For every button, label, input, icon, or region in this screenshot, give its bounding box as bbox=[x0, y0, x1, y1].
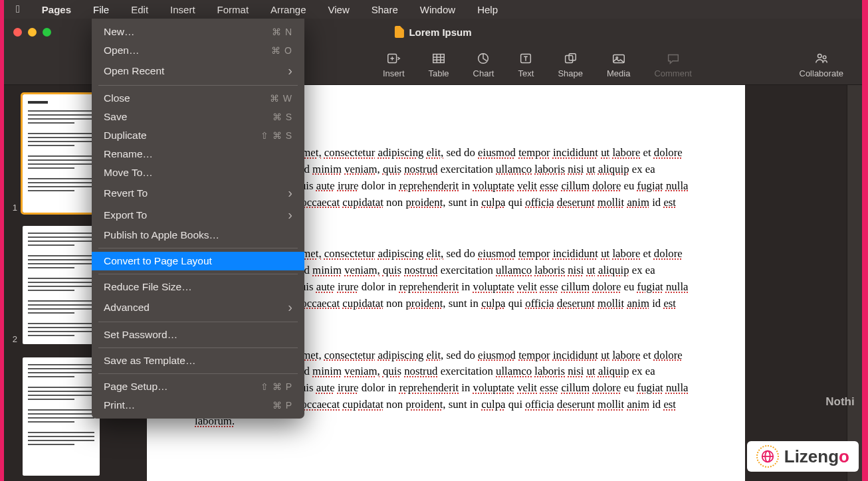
chevron-right-icon: › bbox=[288, 207, 292, 223]
insert-icon bbox=[385, 51, 401, 66]
minimize-button[interactable] bbox=[28, 28, 37, 37]
menu-item-close[interactable]: Close⌘ W bbox=[92, 89, 304, 108]
menu-shortcut: ⌘ N bbox=[272, 27, 292, 37]
page-thumbnail-1[interactable] bbox=[23, 94, 100, 213]
menu-item-save[interactable]: Save⌘ S bbox=[92, 108, 304, 126]
menu-separator bbox=[98, 322, 298, 322]
menu-view[interactable]: View bbox=[328, 4, 349, 15]
toolbar-comment: Comment bbox=[654, 51, 691, 78]
inspector-hint: Nothi bbox=[820, 395, 860, 411]
toolbar-media-label: Media bbox=[607, 68, 630, 78]
toolbar-table-label: Table bbox=[429, 68, 449, 78]
toolbar-insert-label: Insert bbox=[383, 68, 405, 78]
window-controls bbox=[13, 28, 51, 37]
table-icon bbox=[431, 51, 447, 66]
page-thumbnail-3[interactable] bbox=[23, 357, 100, 476]
menubar:  Pages File Edit Insert Format Arrange … bbox=[4, 0, 862, 19]
menu-item-label: Rename… bbox=[104, 148, 153, 160]
toolbar-table[interactable]: Table bbox=[429, 51, 449, 78]
menu-item-set-password[interactable]: Set Password… bbox=[92, 326, 304, 344]
inspector-hint-line1: Nothi bbox=[820, 395, 860, 409]
menu-item-reduce-file-size[interactable]: Reduce File Size… bbox=[92, 278, 304, 296]
menu-separator bbox=[98, 274, 298, 274]
menu-item-label: Open Recent bbox=[104, 65, 164, 77]
menu-item-new[interactable]: New…⌘ N bbox=[92, 23, 304, 41]
page-number-1: 1 bbox=[11, 203, 17, 213]
svg-point-15 bbox=[823, 56, 826, 59]
menu-item-open[interactable]: Open…⌘ O bbox=[92, 41, 304, 60]
menu-shortcut: ⌘ S bbox=[272, 112, 292, 122]
file-menu-dropdown: New…⌘ NOpen…⌘ OOpen Recent›Close⌘ WSave⌘… bbox=[92, 19, 304, 419]
menu-separator bbox=[98, 347, 298, 348]
chevron-right-icon: › bbox=[288, 63, 292, 78]
globe-icon bbox=[756, 445, 779, 468]
menu-item-print[interactable]: Print…⌘ P bbox=[92, 396, 304, 415]
toolbar-group: Insert Table Chart Text Shape Media bbox=[383, 51, 692, 78]
toolbar-text-label: Text bbox=[518, 68, 534, 78]
menu-item-label: New… bbox=[104, 26, 135, 38]
menu-help[interactable]: Help bbox=[477, 4, 498, 15]
menu-item-label: Save as Template… bbox=[104, 355, 195, 367]
menu-item-label: Reduce File Size… bbox=[104, 281, 192, 293]
menu-item-page-setup[interactable]: Page Setup…⇧ ⌘ P bbox=[92, 377, 304, 396]
menu-item-open-recent[interactable]: Open Recent› bbox=[92, 60, 304, 82]
menu-item-publish-to-apple-books[interactable]: Publish to Apple Books… bbox=[92, 226, 304, 244]
media-icon bbox=[611, 51, 627, 66]
menu-shortcut: ⌘ P bbox=[272, 400, 292, 411]
menu-item-rename[interactable]: Rename… bbox=[92, 145, 304, 163]
menu-shortcut: ⌘ O bbox=[271, 45, 292, 56]
menu-separator bbox=[98, 373, 298, 374]
text-icon bbox=[518, 51, 534, 66]
menu-item-revert-to[interactable]: Revert To› bbox=[92, 182, 304, 204]
document-icon bbox=[394, 26, 403, 38]
toolbar-media[interactable]: Media bbox=[607, 51, 630, 78]
menu-item-move-to[interactable]: Move To… bbox=[92, 163, 304, 182]
menu-item-convert-to-page-layout[interactable]: Convert to Page Layout bbox=[92, 252, 304, 270]
menu-share[interactable]: Share bbox=[372, 4, 398, 15]
menu-shortcut: ⌘ W bbox=[270, 93, 292, 104]
document-title[interactable]: Lorem Ipsum bbox=[394, 26, 471, 38]
menu-insert[interactable]: Insert bbox=[170, 4, 195, 15]
menu-item-label: Save bbox=[104, 111, 127, 123]
document-title-text: Lorem Ipsum bbox=[409, 27, 471, 38]
page-thumbnail-2[interactable] bbox=[23, 226, 100, 344]
format-panel[interactable] bbox=[847, 85, 862, 481]
menu-item-save-as-template[interactable]: Save as Template… bbox=[92, 351, 304, 370]
menu-item-label: Revert To bbox=[104, 187, 148, 199]
apple-menu-icon[interactable]:  bbox=[16, 3, 20, 15]
watermark: Lizengo bbox=[747, 441, 859, 472]
menu-arrange[interactable]: Arrange bbox=[271, 4, 306, 15]
chart-icon bbox=[475, 51, 491, 66]
menu-shortcut: ⇧ ⌘ S bbox=[261, 130, 292, 141]
watermark-text: Lizengo bbox=[784, 446, 849, 467]
menu-item-label: Convert to Page Layout bbox=[104, 255, 212, 267]
chevron-right-icon: › bbox=[288, 185, 292, 201]
menu-window[interactable]: Window bbox=[420, 4, 455, 15]
toolbar-chart-label: Chart bbox=[473, 68, 494, 78]
svg-point-14 bbox=[817, 54, 821, 58]
menu-item-label: Move To… bbox=[104, 167, 153, 179]
comment-icon bbox=[665, 51, 681, 66]
menu-item-label: Advanced bbox=[104, 302, 150, 314]
menu-item-export-to[interactable]: Export To› bbox=[92, 204, 304, 226]
toolbar-shape[interactable]: Shape bbox=[558, 51, 583, 78]
menu-file[interactable]: File bbox=[93, 4, 109, 15]
menu-item-advanced[interactable]: Advanced› bbox=[92, 296, 304, 318]
menu-format[interactable]: Format bbox=[217, 4, 249, 15]
toolbar-text[interactable]: Text bbox=[518, 51, 534, 78]
toolbar-collaborate[interactable]: Collaborate bbox=[800, 51, 844, 78]
close-button[interactable] bbox=[13, 28, 22, 37]
menu-edit[interactable]: Edit bbox=[131, 4, 148, 15]
menu-item-duplicate[interactable]: Duplicate⇧ ⌘ S bbox=[92, 126, 304, 145]
menu-item-label: Open… bbox=[104, 45, 139, 56]
toolbar-insert[interactable]: Insert bbox=[383, 51, 405, 78]
app-menu[interactable]: Pages bbox=[42, 4, 71, 15]
menu-item-label: Publish to Apple Books… bbox=[104, 229, 219, 241]
toolbar-chart[interactable]: Chart bbox=[473, 51, 494, 78]
menu-item-label: Page Setup… bbox=[104, 381, 168, 393]
menu-item-label: Print… bbox=[104, 399, 135, 411]
zoom-button[interactable] bbox=[43, 28, 51, 37]
shape-icon bbox=[562, 51, 578, 66]
toolbar-comment-label: Comment bbox=[654, 68, 691, 78]
chevron-right-icon: › bbox=[288, 300, 292, 315]
